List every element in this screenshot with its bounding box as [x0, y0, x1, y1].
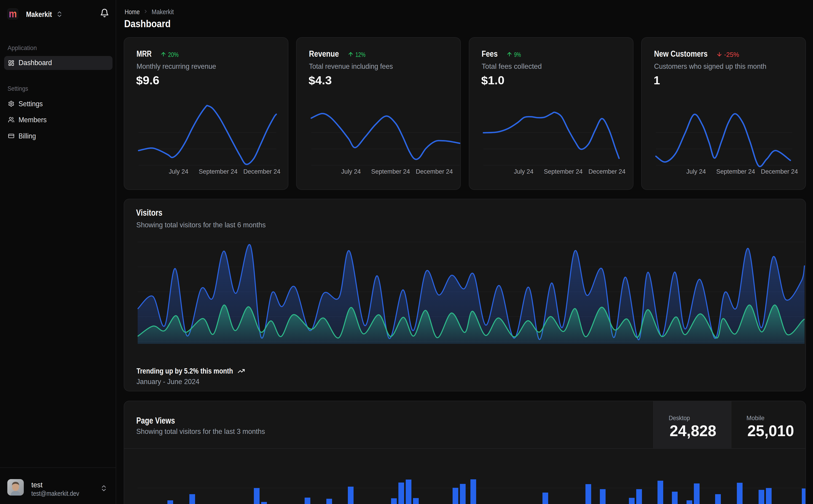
svg-text:m: m	[9, 8, 17, 19]
